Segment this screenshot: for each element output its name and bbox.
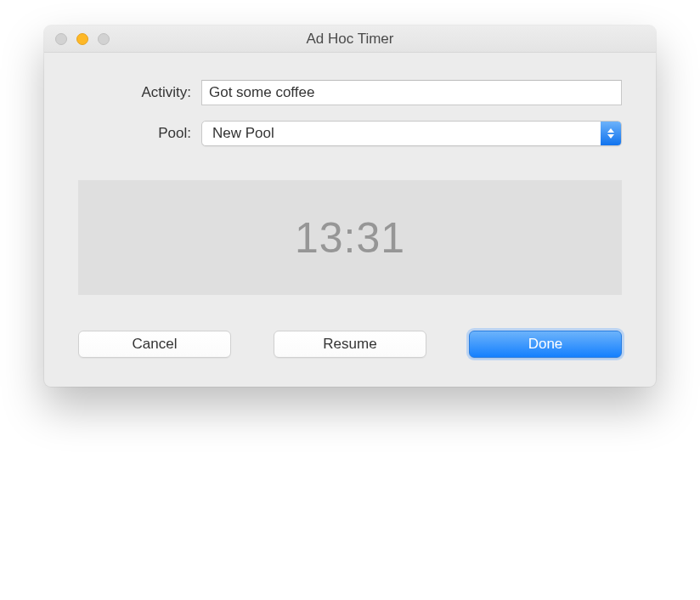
timer-display: 13:31 [78, 180, 622, 295]
resume-button[interactable]: Resume [274, 331, 426, 358]
activity-label: Activity: [78, 84, 201, 101]
zoom-icon[interactable] [98, 33, 110, 45]
chevron-down-icon [607, 134, 614, 139]
titlebar: Ad Hoc Timer [44, 25, 656, 53]
pool-row: Pool: New Pool [78, 121, 622, 146]
content-area: Activity: Pool: New Pool 13:31 Cancel Re… [44, 53, 656, 387]
minimize-icon[interactable] [76, 33, 88, 45]
pool-select[interactable]: New Pool [201, 121, 622, 146]
button-row: Cancel Resume Done [78, 331, 622, 358]
chevron-up-icon [607, 128, 614, 133]
traffic-lights [44, 33, 110, 45]
done-button[interactable]: Done [469, 331, 622, 358]
dialog-window: Ad Hoc Timer Activity: Pool: New Pool 13… [44, 25, 656, 387]
activity-input[interactable] [201, 80, 622, 105]
window-title: Ad Hoc Timer [44, 31, 656, 48]
close-icon[interactable] [55, 33, 67, 45]
pool-select-value: New Pool [202, 125, 274, 142]
cancel-button[interactable]: Cancel [78, 331, 231, 358]
select-stepper-icon [601, 122, 621, 145]
pool-label: Pool: [78, 125, 201, 142]
activity-row: Activity: [78, 80, 622, 105]
